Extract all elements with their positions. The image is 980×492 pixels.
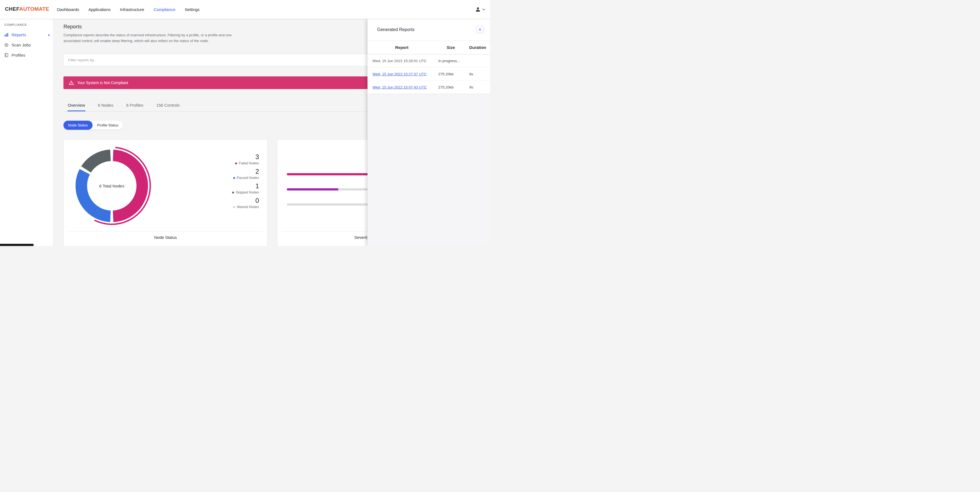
panel-title: Generated Reports bbox=[377, 27, 414, 32]
report-row: Wed, 15 Jun 2022 15:27:37 UTC 275.20kb 8… bbox=[368, 68, 490, 81]
report-duration: 8s bbox=[466, 68, 490, 81]
alert-message: Your System is Not Compliant bbox=[77, 80, 128, 85]
legend-label: Skipped Nodes bbox=[235, 190, 259, 195]
chevron-right-icon: ▸ bbox=[48, 33, 50, 37]
page-title: Reports bbox=[64, 24, 82, 30]
tab-profiles[interactable]: 6 Profiles bbox=[126, 100, 144, 111]
chef-automate-logo[interactable]: CHEFAUTOMATE bbox=[5, 6, 49, 12]
card-divider bbox=[68, 231, 263, 232]
legend-dot-passed bbox=[233, 177, 235, 179]
report-row: Wed, 15 Jun 2022 15:28:01 UTC In progres… bbox=[368, 54, 490, 68]
legend-count: 0 bbox=[232, 197, 259, 204]
sidebar-section-label: COMPLIANCE bbox=[5, 23, 53, 26]
report-download-link[interactable]: Wed, 15 Jun 2022 15:27:37 UTC bbox=[372, 72, 426, 76]
horizontal-scrollbar-thumb[interactable] bbox=[0, 244, 33, 246]
sidebar-item-label: Profiles bbox=[11, 53, 25, 58]
report-size: 275.20kb bbox=[436, 81, 466, 94]
tab-nodes[interactable]: 6 Nodes bbox=[98, 100, 114, 111]
legend-count: 1 bbox=[232, 182, 259, 190]
status-toggle-group: Node Status Profile Status bbox=[64, 121, 123, 130]
chevron-down-icon bbox=[482, 8, 485, 10]
warning-triangle-icon bbox=[68, 80, 74, 85]
node-status-caption: Node Status bbox=[64, 235, 267, 240]
sidebar-item-label: Scan Jobs bbox=[11, 43, 31, 47]
report-size: In progress... bbox=[436, 54, 466, 68]
generated-reports-table: Report Size Duration Wed, 15 Jun 2022 15… bbox=[368, 41, 490, 94]
legend-label: Failed Nodes bbox=[239, 161, 259, 166]
sidebar-item-scan-jobs[interactable]: Scan Jobs bbox=[0, 40, 53, 50]
legend-dot-failed bbox=[235, 163, 237, 165]
report-duration: 9s bbox=[466, 81, 490, 94]
profiles-book-icon bbox=[5, 53, 8, 57]
legend-item-skipped: 1 Skipped Nodes bbox=[232, 182, 259, 195]
node-status-donut-chart: 6 Total Nodes bbox=[71, 145, 153, 227]
severity-bar-fill bbox=[287, 188, 338, 190]
compliance-sidebar: COMPLIANCE Reports ▸ Scan Jobs Profiles bbox=[0, 19, 54, 246]
user-profile-icon bbox=[475, 6, 481, 12]
legend-count: 3 bbox=[232, 153, 259, 161]
legend-label: Passed Nodes bbox=[237, 176, 259, 180]
report-size: 275.20kb bbox=[436, 68, 466, 81]
panel-header: Generated Reports ✕ bbox=[368, 19, 490, 41]
report-row: Wed, 15 Jun 2022 15:07:43 UTC 275.20kb 9… bbox=[368, 81, 490, 94]
page-description: Compliance reports describe the status o… bbox=[64, 32, 239, 44]
generated-reports-card: Generated Reports ✕ Report Size Duration… bbox=[368, 19, 490, 94]
tab-overview[interactable]: Overview bbox=[68, 100, 86, 111]
nav-dashboards[interactable]: Dashboards bbox=[57, 7, 79, 12]
nav-applications[interactable]: Applications bbox=[88, 7, 111, 12]
toggle-node-status[interactable]: Node Status bbox=[64, 121, 92, 130]
top-navbar: CHEFAUTOMATE Dashboards Applications Inf… bbox=[0, 0, 490, 19]
close-icon: ✕ bbox=[479, 27, 482, 32]
legend-label: Waived Nodes bbox=[237, 205, 259, 209]
user-menu[interactable] bbox=[475, 0, 485, 19]
legend-count: 2 bbox=[232, 168, 259, 175]
node-status-legend: 3 Failed Nodes 2 Passed Nodes 1 Skipped … bbox=[232, 153, 259, 212]
generated-reports-panel: Generated Reports ✕ Report Size Duration… bbox=[368, 19, 490, 246]
sidebar-item-profiles[interactable]: Profiles bbox=[0, 50, 53, 60]
report-duration bbox=[466, 54, 490, 68]
node-status-card: 6 Total Nodes 3 Failed Nodes 2 Passed No… bbox=[64, 139, 267, 246]
report-timestamp: Wed, 15 Jun 2022 15:28:01 UTC bbox=[372, 59, 426, 63]
table-header-row: Report Size Duration bbox=[368, 41, 490, 54]
close-button[interactable]: ✕ bbox=[476, 26, 484, 33]
sidebar-item-reports[interactable]: Reports ▸ bbox=[0, 30, 53, 40]
col-header-duration: Duration bbox=[466, 41, 490, 54]
nav-compliance[interactable]: Compliance bbox=[154, 7, 175, 12]
tab-controls[interactable]: 156 Controls bbox=[156, 100, 180, 111]
legend-dot-skipped bbox=[232, 192, 234, 193]
scan-target-icon bbox=[5, 43, 8, 47]
donut-center-label: 6 Total Nodes bbox=[71, 145, 153, 227]
nav-infrastructure[interactable]: Infrastructure bbox=[120, 7, 144, 12]
legend-item-passed: 2 Passed Nodes bbox=[232, 168, 259, 180]
sidebar-item-label: Reports bbox=[11, 32, 26, 37]
legend-item-failed: 3 Failed Nodes bbox=[232, 153, 259, 166]
legend-item-waived: 0 Waived Nodes bbox=[232, 197, 259, 209]
logo-chef-text: CHEF bbox=[5, 6, 19, 12]
logo-automate-text: AUTOMATE bbox=[19, 6, 49, 12]
nav-settings[interactable]: Settings bbox=[185, 7, 199, 12]
col-header-report: Report bbox=[368, 41, 436, 54]
report-download-link[interactable]: Wed, 15 Jun 2022 15:07:43 UTC bbox=[372, 85, 426, 89]
legend-dot-waived bbox=[233, 206, 235, 208]
bar-chart-icon bbox=[5, 33, 8, 37]
main-nav: Dashboards Applications Infrastructure C… bbox=[57, 0, 200, 19]
toggle-profile-status[interactable]: Profile Status bbox=[92, 121, 123, 130]
col-header-size: Size bbox=[436, 41, 466, 54]
